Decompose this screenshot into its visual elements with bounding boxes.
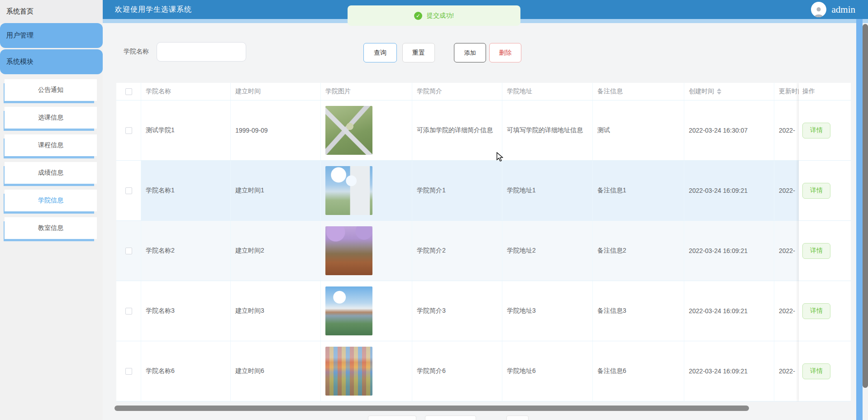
- operation-cell: 详情: [799, 281, 851, 341]
- column-header-label: 备注信息: [597, 87, 623, 95]
- row-checkbox-cell: [116, 100, 141, 160]
- row-checkbox[interactable]: [125, 187, 132, 194]
- horizontal-scrollbar[interactable]: [114, 406, 749, 411]
- operation-cell: 详情: [799, 341, 851, 401]
- vertical-scrollbar[interactable]: [863, 24, 868, 388]
- person-icon: [813, 5, 825, 17]
- operation-cell: 详情: [799, 100, 851, 161]
- delete-button[interactable]: 删除: [489, 43, 521, 62]
- cell-founded: 建立时间1: [231, 161, 321, 220]
- column-header-label: 学院图片: [325, 87, 351, 95]
- sidebar-item-4[interactable]: 学院信息: [5, 190, 97, 211]
- sidebar-group-user-management[interactable]: 用户管理: [0, 23, 103, 48]
- table-row[interactable]: 学院名称2建立时间2学院简介2学院地址2备注信息22022-03-24 16:0…: [116, 221, 851, 281]
- cell-name: 学院名称6: [141, 341, 231, 401]
- pagination-next-button[interactable]: [506, 415, 529, 420]
- column-header-2[interactable]: 学院图片: [321, 83, 412, 100]
- username-label: admin: [832, 4, 856, 15]
- cell-name: 学院名称2: [141, 221, 231, 281]
- detail-button[interactable]: 详情: [802, 363, 830, 379]
- sidebar-item-home[interactable]: 系统首页: [0, 0, 103, 23]
- college-image-lakeside-building-sky: [325, 286, 372, 335]
- cell-name: 测试学院1: [141, 100, 231, 160]
- cell-address: 学院地址3: [502, 281, 593, 341]
- cell-address: 学院地址6: [502, 341, 593, 401]
- pagination-pages[interactable]: [425, 415, 476, 420]
- cell-image: [321, 221, 412, 281]
- add-button[interactable]: 添加: [454, 43, 486, 62]
- query-button[interactable]: 查询: [363, 43, 397, 62]
- sidebar-item-3[interactable]: 成绩信息: [5, 162, 97, 184]
- college-image-colorful-building-reflection: [325, 347, 372, 396]
- operation-cell: 详情: [799, 161, 851, 221]
- college-name-label: 学院名称: [124, 48, 149, 56]
- college-image-white-building-blue-sky: [325, 166, 372, 215]
- row-checkbox[interactable]: [125, 368, 132, 375]
- cell-intro: 学院简介2: [412, 221, 502, 281]
- detail-button[interactable]: 详情: [802, 183, 830, 199]
- table-header-row: 学院名称建立时间学院图片学院简介学院地址备注信息创建时间更新时间: [116, 83, 851, 100]
- table-scroll-area: 学院名称建立时间学院图片学院简介学院地址备注信息创建时间更新时间测试学院1199…: [116, 83, 851, 401]
- row-checkbox[interactable]: [125, 248, 132, 254]
- table-row[interactable]: 学院名称6建立时间6学院简介6学院地址6备注信息62022-03-24 16:0…: [116, 341, 851, 401]
- select-all-checkbox[interactable]: [125, 88, 132, 95]
- sidebar: 系统首页 用户管理 系统模块 公告通知选课信息课程信息成绩信息学院信息教室信息: [0, 0, 103, 420]
- column-header-label: 学院简介: [417, 87, 442, 95]
- cell-founded: 建立时间3: [231, 281, 321, 341]
- cell-address: 学院地址1: [502, 161, 593, 220]
- column-header-1[interactable]: 建立时间: [231, 83, 321, 100]
- college-image-campus-aerial-green: [325, 106, 372, 155]
- sidebar-group-system-modules[interactable]: 系统模块: [0, 49, 103, 74]
- sidebar-item-1[interactable]: 选课信息: [5, 107, 97, 129]
- sort-caret-icon[interactable]: [717, 88, 721, 95]
- cell-remark: 备注信息6: [593, 341, 684, 401]
- mouse-cursor: [496, 152, 505, 162]
- cell-remark: 备注信息1: [593, 161, 684, 220]
- cell-intro: 学院简介3: [412, 281, 502, 341]
- cell-intro: 学院简介1: [412, 161, 502, 220]
- cell-founded: 建立时间6: [231, 341, 321, 401]
- app-window: admin 欢迎使用学生选课系统 系统首页 用户管理 系统模块 公告通知选课信息…: [0, 0, 868, 420]
- column-header-4[interactable]: 学院地址: [502, 83, 593, 100]
- cell-created: 2022-03-24 16:09:21: [684, 341, 774, 401]
- pagination-prev-button[interactable]: [368, 415, 416, 420]
- admin-account[interactable]: admin: [811, 2, 856, 17]
- detail-button[interactable]: 详情: [802, 243, 830, 259]
- success-check-icon: ✓: [414, 12, 422, 20]
- table-row[interactable]: 测试学院11999-09-09可添加学院的详细简介信息可填写学院的详细地址信息测…: [116, 100, 851, 161]
- sidebar-item-2[interactable]: 课程信息: [5, 134, 97, 156]
- detail-button[interactable]: 详情: [802, 303, 830, 319]
- cell-founded: 建立时间2: [231, 221, 321, 281]
- table-row[interactable]: 学院名称3建立时间3学院简介3学院地址3备注信息32022-03-24 16:0…: [116, 281, 851, 341]
- toast-message: 提交成功!: [427, 12, 454, 20]
- row-checkbox-cell: [116, 161, 141, 220]
- row-checkbox-cell: [116, 341, 141, 401]
- column-header-label: 创建时间: [689, 87, 714, 95]
- column-header-5[interactable]: 备注信息: [593, 83, 684, 100]
- college-table: 学院名称建立时间学院图片学院简介学院地址备注信息创建时间更新时间测试学院1199…: [116, 83, 851, 401]
- column-header-label: 学院地址: [507, 87, 532, 95]
- detail-button[interactable]: 详情: [802, 123, 830, 138]
- cell-image: [321, 281, 412, 341]
- row-checkbox[interactable]: [125, 308, 132, 315]
- cell-remark: 测试: [593, 100, 684, 160]
- college-name-input[interactable]: [157, 42, 246, 62]
- operation-fixed-column: 操作详情详情详情详情详情: [799, 83, 851, 401]
- cell-remark: 备注信息2: [593, 221, 684, 281]
- reset-button[interactable]: 重置: [402, 43, 435, 62]
- column-header-label: 学院名称: [146, 87, 171, 95]
- cell-name: 学院名称1: [141, 161, 231, 220]
- table-row[interactable]: 学院名称1建立时间1学院简介1学院地址1备注信息12022-03-24 16:0…: [116, 161, 851, 221]
- sidebar-item-5[interactable]: 教室信息: [5, 217, 97, 239]
- cell-remark: 备注信息3: [593, 281, 684, 341]
- college-image-purple-blossom-building: [325, 226, 372, 275]
- column-header-6[interactable]: 创建时间: [684, 83, 774, 100]
- row-checkbox[interactable]: [125, 127, 132, 134]
- column-header-0[interactable]: 学院名称: [141, 83, 231, 100]
- sidebar-item-0[interactable]: 公告通知: [5, 79, 97, 101]
- cell-image: [321, 100, 412, 160]
- column-header-3[interactable]: 学院简介: [412, 83, 502, 100]
- operation-column-header: 操作: [799, 83, 851, 100]
- column-header-label: 建立时间: [235, 87, 261, 95]
- cell-image: [321, 341, 412, 401]
